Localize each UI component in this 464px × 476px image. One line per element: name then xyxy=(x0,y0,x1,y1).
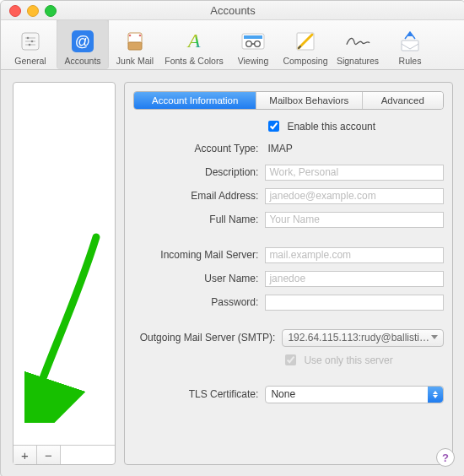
fullname-input[interactable] xyxy=(265,212,444,228)
smtp-label: Outgoing Mail Server (SMTP): xyxy=(133,332,275,343)
svg-point-12 xyxy=(139,35,142,37)
description-row: Description: xyxy=(133,163,444,181)
close-icon[interactable] xyxy=(9,5,21,17)
detail-tabs: Account Information Mailbox Behaviors Ad… xyxy=(133,91,444,110)
account-type-row: Account Type: IMAP xyxy=(133,139,444,158)
description-input[interactable] xyxy=(265,165,444,181)
account-type-value: IMAP xyxy=(265,143,444,154)
svg-text:@: @ xyxy=(75,33,90,50)
toolbar-item-viewing[interactable]: Viewing xyxy=(227,19,279,69)
use-only-checkbox xyxy=(285,354,296,365)
rules-icon xyxy=(397,29,423,54)
toolbar-label: Viewing xyxy=(238,56,269,66)
svg-rect-15 xyxy=(244,35,262,39)
content-area: + − Account Information Mailbox Behavior… xyxy=(1,70,464,476)
preferences-window: Accounts General @ Accounts Junk Mail A … xyxy=(0,0,464,476)
username-label: User Name: xyxy=(133,273,258,284)
zoom-icon[interactable] xyxy=(45,5,57,17)
sidebar-buttons: + − xyxy=(13,445,115,464)
toolbar-label: Junk Mail xyxy=(116,56,154,66)
at-icon: @ xyxy=(70,29,95,54)
toolbar-item-rules[interactable]: Rules xyxy=(384,19,436,69)
remove-account-button[interactable]: − xyxy=(37,446,61,464)
svg-point-4 xyxy=(27,37,30,40)
toolbar-label: Rules xyxy=(399,56,422,66)
svg-point-6 xyxy=(29,44,31,46)
enable-account-checkbox[interactable] xyxy=(268,121,279,132)
email-row: Email Address: xyxy=(133,187,444,205)
toolbar-item-composing[interactable]: Composing xyxy=(279,19,332,69)
toolbar-label: Accounts xyxy=(64,56,100,66)
password-input[interactable] xyxy=(265,295,444,311)
incoming-label: Incoming Mail Server: xyxy=(133,249,258,261)
username-row: User Name: xyxy=(133,269,444,288)
toolbar-item-junk[interactable]: Junk Mail xyxy=(109,19,161,69)
incoming-row: Incoming Mail Server: xyxy=(133,246,444,264)
toolbar-label: Signatures xyxy=(337,56,379,66)
account-type-label: Account Type: xyxy=(133,143,258,154)
toolbar-label: General xyxy=(14,56,46,66)
tls-row: TLS Certificate: None xyxy=(133,385,444,403)
window-title: Accounts xyxy=(8,4,458,17)
incoming-input[interactable] xyxy=(265,247,444,263)
toolbar-item-signatures[interactable]: Signatures xyxy=(332,19,384,69)
smtp-row: Outgoing Mail Server (SMTP): 192.64.115.… xyxy=(133,328,444,347)
account-detail-panel: Account Information Mailbox Behaviors Ad… xyxy=(124,82,453,465)
toolbar-label: Composing xyxy=(283,56,327,66)
accounts-sidebar: + − xyxy=(13,82,116,465)
smtp-value: 192.64.115.113:rudy@ballisti… xyxy=(288,332,429,343)
fonts-icon: A xyxy=(181,29,207,54)
password-row: Password: xyxy=(133,293,444,311)
junk-icon xyxy=(122,29,148,54)
compose-icon xyxy=(293,29,318,54)
toolbar-label: Fonts & Colors xyxy=(165,56,223,66)
toolbar-item-general[interactable]: General xyxy=(4,19,57,69)
signature-icon xyxy=(345,29,370,54)
minimize-icon[interactable] xyxy=(27,5,39,17)
tab-mailbox-behaviors[interactable]: Mailbox Behaviors xyxy=(256,92,362,109)
gear-icon xyxy=(18,29,43,54)
toolbar: General @ Accounts Junk Mail A Fonts & C… xyxy=(1,20,464,70)
add-account-button[interactable]: + xyxy=(13,446,37,464)
enable-account-label: Enable this account xyxy=(287,121,375,133)
username-input[interactable] xyxy=(265,271,444,287)
accounts-list[interactable] xyxy=(13,83,115,445)
help-button[interactable]: ? xyxy=(436,448,455,467)
titlebar: Accounts xyxy=(1,1,464,20)
tls-label: TLS Certificate: xyxy=(133,388,258,400)
svg-rect-10 xyxy=(128,42,142,50)
toolbar-item-fonts[interactable]: A Fonts & Colors xyxy=(161,19,227,69)
traffic-lights xyxy=(9,5,57,17)
use-only-label: Use only this server xyxy=(304,354,392,366)
tls-select[interactable]: None xyxy=(265,386,444,403)
toolbar-item-accounts[interactable]: @ Accounts xyxy=(57,19,109,69)
svg-point-5 xyxy=(31,41,34,43)
email-input[interactable] xyxy=(265,188,444,204)
svg-point-11 xyxy=(129,35,132,37)
svg-text:A: A xyxy=(186,30,201,51)
email-label: Email Address: xyxy=(133,190,258,202)
chevron-updown-icon xyxy=(428,387,443,403)
use-only-row: Use only this server xyxy=(133,352,444,368)
smtp-select[interactable]: 192.64.115.113:rudy@ballisti… xyxy=(282,329,444,347)
fullname-label: Full Name: xyxy=(133,214,258,225)
tab-advanced[interactable]: Advanced xyxy=(363,92,444,109)
password-label: Password: xyxy=(133,296,258,308)
glasses-icon xyxy=(240,29,266,54)
fullname-row: Full Name: xyxy=(133,210,444,229)
tab-account-information[interactable]: Account Information xyxy=(134,92,256,109)
enable-account-row: Enable this account xyxy=(133,118,444,134)
tls-value: None xyxy=(271,388,295,400)
description-label: Description: xyxy=(133,166,258,178)
